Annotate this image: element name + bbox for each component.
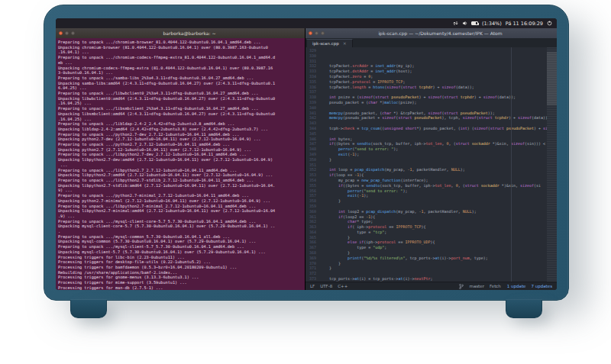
code-line: perror("send to error: ");	[320, 188, 547, 194]
terminal-line: Processing triggers for libc-bin (2.23-0…	[58, 255, 305, 260]
code-line: exit(-1);	[320, 193, 547, 198]
terminal-line: Processing triggers for bamfdaemon (0.5.…	[58, 265, 305, 270]
code-line: int bytes;	[320, 137, 547, 142]
terminal-line: Unpacking mysql-client-core-5.7 (5.7.30-…	[58, 224, 305, 229]
status-item[interactable]: C++	[338, 284, 348, 288]
status-item[interactable]: Fetch	[490, 284, 501, 288]
session-menu-icon[interactable]	[547, 21, 552, 26]
code-line: if((bytes = sendto(sock_tcp, buffer, iph…	[320, 183, 547, 188]
code-line: tcpPacket.srcAddr = inet_addr(my_ip);	[320, 63, 547, 69]
terminal-line: Unpacking libpython2.7-minimal:amd64 (2.…	[58, 208, 305, 214]
code-line: memcpy(pseudo_packet + sizeof(struct pse…	[320, 115, 547, 121]
terminal-line: Unpacking python2.7-dev (2.7.12-1ubuntu0…	[58, 137, 305, 142]
terminal-line: Preparing to unpack .../libpython2.7-dev…	[58, 152, 305, 157]
minimap-scrollbar-thumb[interactable]	[547, 52, 557, 105]
volume-icon[interactable]	[462, 21, 467, 26]
terminal-line: .16.04.25) ...	[58, 101, 305, 106]
terminal-line: Preparing to unpack .../libpython2.7-min…	[58, 204, 305, 209]
code-line: }	[320, 261, 547, 266]
code-line: if((bytes = sendto(sock_tcp, buffer, iph…	[320, 141, 547, 147]
tab-label: ipk-scan.cpp	[312, 41, 339, 46]
terminal-line: Preparing to unpack .../samba-libs_2%3a4…	[58, 76, 305, 81]
terminal-line: Processing triggers for gnome-menus (3.1…	[58, 275, 305, 280]
status-item[interactable]: LF	[310, 284, 315, 288]
terminal-line: Preparing to unpack .../libpython2.7_2.7…	[58, 168, 305, 173]
terminal-line: Unpacking chromium-codecs-ffmpeg-extra (…	[58, 66, 305, 71]
terminal-line: .9) ...	[58, 214, 305, 219]
code-line	[320, 163, 547, 168]
terminal-line: Preparing to unpack .../libsmbclient_2%3…	[58, 106, 305, 111]
screen: (1:34%) Pá 11 16:09:29 barborka@barborka…	[56, 18, 557, 290]
clock-label[interactable]: Pá 11 16:09:29	[506, 21, 543, 27]
code-line: tcpPacket.protocol = IPPROTO_TCP;	[320, 79, 547, 85]
status-item[interactable]: UTF-8	[320, 284, 332, 288]
close-button[interactable]	[309, 31, 312, 35]
tab-close-icon[interactable]: ×	[343, 41, 347, 46]
code-line: my_pcap = new_pcap_function(interface);	[320, 178, 547, 183]
terminal-line: Unpacking libpython2.7:amd64 (2.7.12-1ub…	[58, 172, 305, 178]
code-line: if(loop == -1){	[320, 172, 547, 178]
terminal-line: Processing triggers for man-db (2.7.5-1)…	[58, 285, 305, 290]
terminal-line: Processing triggers for mime-support (3.…	[58, 280, 305, 285]
terminal-line: .	[58, 229, 305, 234]
terminal-line: Preparing to unpack .../mysql-common_5.7…	[58, 234, 305, 240]
minimize-button[interactable]	[315, 31, 318, 35]
terminal-window: barborka@barborka: ~ Preparing to unpack…	[56, 28, 306, 290]
maximize-button[interactable]	[71, 31, 75, 35]
code-line: memcpy(pseudo_packet, (char *) &tcpPacke…	[320, 111, 547, 116]
terminal-line: Processing triggers for desktop-file-uti…	[58, 259, 305, 265]
status-item[interactable]: 1 update	[507, 284, 526, 288]
terminal-line: Preparing to unpack .../mysql-client-cor…	[58, 219, 305, 224]
wrap-guide	[511, 47, 512, 282]
maximize-button[interactable]	[321, 31, 325, 35]
status-item[interactable]: master	[470, 284, 484, 288]
code-line: tcp_ports->at(i) = tcp_ports->at(i)->nex…	[320, 276, 547, 282]
network-icon[interactable]	[453, 21, 458, 26]
editor-statusbar: LFUTF-8C++ masterFetch 1 update7 updates	[306, 282, 557, 290]
battery-label[interactable]: (1:34%)	[482, 21, 502, 27]
close-button[interactable]	[59, 31, 63, 35]
terminal-line: Preparing to unpack .../chromium-browser…	[58, 40, 305, 45]
terminal-line: Unpacking mysql-client-5.7 (5.7.30-0ubun…	[58, 250, 305, 255]
code-line: }	[320, 157, 547, 163]
tab-ipk-scan[interactable]: ipk-scan.cpp ×	[306, 39, 353, 47]
editor-window: ipk-scan.cpp — ~/Dokumenty/4.semester/IP…	[306, 28, 557, 290]
terminal-line: Preparing to unpack .../chromium-codecs-…	[58, 55, 305, 60]
terminal-line: 6.04.25) ...	[58, 85, 305, 91]
terminal-line: Unpacking samba-libs:amd64 (2:4.3.11+dfs…	[58, 81, 305, 86]
terminal-output[interactable]: Preparing to unpack .../chromium-browser…	[56, 38, 305, 290]
code-line: printf("%d/%s filtered\n", tcp_ports->at…	[320, 256, 547, 261]
terminal-line: Preparing to unpack .../python2.7-dev_2.…	[58, 132, 305, 137]
terminal-line: Preparing to unpack .../libwbclient0_2%3…	[58, 91, 305, 96]
code-line	[320, 131, 547, 137]
status-item[interactable]: 7 updates	[532, 284, 553, 288]
terminal-line: 9) ...	[58, 188, 305, 193]
line-numbers: 3293303313323333343353363373383393403413…	[306, 47, 318, 282]
code-line: }	[320, 266, 547, 271]
terminal-line: Unpacking libldap-2.4-2:amd64 (2.4.42+df…	[58, 127, 305, 132]
code-line: exit(-1);	[320, 152, 547, 157]
code-line	[320, 105, 547, 111]
battery-icon[interactable]	[471, 21, 478, 25]
code-line	[320, 121, 547, 126]
terminal-line: Unpacking libwbclient0:amd64 (2:4.3.11+d…	[58, 96, 305, 101]
terminal-title: barborka@barborka: ~	[77, 31, 302, 36]
code-editor[interactable]: tcpPacket.srcAddr = inet_addr(my_ip); tc…	[318, 47, 547, 282]
git-branch-icon	[459, 284, 464, 289]
editor-tabbar: ipk-scan.cpp ×	[306, 38, 557, 47]
desktop-windows: barborka@barborka: ~ Preparing to unpack…	[56, 28, 557, 290]
code-line: char* type;	[320, 219, 547, 224]
code-line: tcpPacket.zero = 0;	[320, 74, 547, 79]
code-line: int loop2 = pcap_dispatch(my_pcap, -1, p…	[320, 209, 547, 214]
terminal-titlebar: barborka@barborka: ~	[56, 28, 305, 38]
terminal-line: ...	[58, 163, 305, 168]
code-line: tcpPacket.length = htons(sizeof(struct t…	[320, 85, 547, 90]
code-line: int psize = (sizeof(struct pseudoPacket)…	[320, 95, 547, 100]
code-line: }	[320, 198, 547, 204]
editor-title: ipk-scan.cpp — ~/Dokumenty/4.semester/IP…	[327, 31, 554, 36]
minimap[interactable]	[547, 47, 557, 282]
system-top-panel: (1:34%) Pá 11 16:09:29	[56, 18, 557, 28]
code-line	[320, 89, 547, 95]
minimize-button[interactable]	[65, 31, 69, 35]
status-right: 1 update7 updates	[507, 284, 552, 288]
